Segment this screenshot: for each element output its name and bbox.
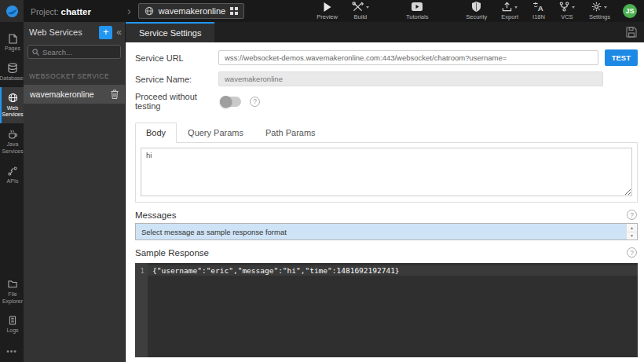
- export-icon: [502, 2, 512, 12]
- messages-selected-option[interactable]: Select message as sample response format: [136, 224, 626, 240]
- left-icon-rail: Pages Databases Web Services Java Servic…: [0, 22, 24, 362]
- add-service-button[interactable]: +: [99, 26, 112, 39]
- main-area: Service Settings Service URL TEST Servic…: [126, 22, 644, 362]
- build-button[interactable]: Build: [352, 2, 369, 20]
- security-button[interactable]: Security: [466, 2, 487, 20]
- rail-label: APIs: [7, 178, 19, 185]
- tab-label: Service Settings: [139, 28, 201, 38]
- shield-icon: [472, 2, 481, 12]
- web-services-panel: Web Services + « WEBSOCKET SERVICE wavem…: [24, 22, 126, 362]
- gear-icon: [591, 2, 602, 12]
- tab-body[interactable]: Body: [135, 122, 177, 143]
- rail-label: Java Services: [2, 141, 24, 155]
- sidebar-item-logs[interactable]: Logs: [0, 309, 24, 339]
- search-icon: [32, 49, 39, 56]
- body-tab-panel: hi: [135, 143, 638, 203]
- vcs-button[interactable]: VCS: [559, 2, 575, 20]
- sample-response-title: Sample Response: [135, 248, 209, 258]
- listbox-scrollbar[interactable]: ▲ ▼: [626, 224, 637, 240]
- code-area[interactable]: {"username":"eric","message":"hi","time"…: [148, 263, 638, 357]
- messages-title: Messages: [135, 210, 176, 220]
- security-label: Security: [466, 13, 487, 20]
- coffee-cup-icon: [8, 129, 17, 140]
- messages-header: Messages ?: [135, 210, 638, 220]
- i18n-label: I18N: [532, 13, 545, 20]
- chevron-down-icon: [514, 6, 518, 10]
- help-icon[interactable]: ?: [627, 247, 637, 258]
- editor-tabbar: Service Settings: [126, 22, 644, 42]
- scroll-down-icon[interactable]: ▼: [627, 232, 637, 240]
- service-tab-wavemakeronline[interactable]: wavemakeronline: [138, 3, 245, 19]
- user-avatar[interactable]: JS: [623, 4, 637, 18]
- i18n-button[interactable]: A I18N: [532, 2, 545, 20]
- chevron-down-icon: [604, 6, 607, 10]
- page-icon: [9, 33, 17, 44]
- tab-service-settings[interactable]: Service Settings: [126, 22, 214, 42]
- sidebar-item-databases[interactable]: Databases: [0, 57, 24, 87]
- rail-label: Logs: [6, 327, 18, 335]
- preview-button[interactable]: Preview: [317, 2, 338, 20]
- settings-button[interactable]: Settings: [589, 2, 610, 20]
- help-icon[interactable]: ?: [627, 210, 637, 220]
- export-button[interactable]: Export: [501, 2, 518, 20]
- sidebar-item-apis[interactable]: APIs: [0, 160, 24, 190]
- sample-response-editor[interactable]: 1 {"username":"eric","message":"hi","tim…: [135, 263, 638, 357]
- project-title: Project:chatter: [31, 4, 91, 18]
- tutorials-button[interactable]: Tutorials: [406, 2, 428, 20]
- sidebar-item-java-services[interactable]: Java Services: [0, 123, 24, 160]
- database-icon: [8, 63, 17, 74]
- trash-icon[interactable]: [111, 90, 119, 99]
- play-icon: [323, 2, 331, 12]
- svg-text:A: A: [538, 4, 543, 12]
- service-item-name: wavemakeronline: [30, 90, 94, 99]
- tutorials-label: Tutorials: [406, 13, 428, 20]
- collapse-panel-button[interactable]: «: [116, 27, 122, 38]
- request-param-tabs: Body Query Params Path Params: [135, 122, 638, 143]
- project-label: Project:: [31, 7, 59, 16]
- grid-icon[interactable]: [230, 7, 238, 15]
- service-list-item-wavemakeronline[interactable]: wavemakeronline: [24, 85, 125, 104]
- tab-path-params[interactable]: Path Params: [254, 122, 327, 143]
- test-button[interactable]: TEST: [605, 49, 638, 66]
- service-url-row: Service URL TEST: [135, 49, 638, 66]
- panel-title: Web Services: [29, 27, 99, 37]
- service-url-input[interactable]: [218, 50, 598, 65]
- service-name-label: Service Name:: [135, 75, 218, 84]
- service-name-input: [218, 71, 603, 86]
- proceed-toggle[interactable]: [220, 97, 241, 107]
- service-search-box[interactable]: [27, 45, 121, 59]
- branch-icon: [559, 2, 569, 12]
- sidebar-item-web-services[interactable]: Web Services: [0, 87, 24, 124]
- rail-spacer: [0, 189, 24, 273]
- panel-header: Web Services + «: [24, 22, 125, 42]
- scroll-up-icon[interactable]: ▲: [627, 224, 637, 232]
- tools-icon: [352, 2, 364, 12]
- help-icon[interactable]: ?: [250, 97, 260, 107]
- sidebar-item-pages[interactable]: Pages: [0, 27, 24, 57]
- preview-label: Preview: [317, 13, 338, 20]
- code-line: {"username":"eric","message":"hi","time"…: [148, 265, 638, 276]
- log-document-icon: [9, 315, 16, 326]
- wavemaker-logo[interactable]: [0, 0, 24, 22]
- proceed-without-testing-row: Proceed without testing ?: [135, 92, 638, 111]
- rail-label: Databases: [0, 75, 26, 82]
- save-icon[interactable]: [626, 27, 637, 38]
- service-name-row: Service Name:: [135, 71, 638, 86]
- rail-label: Pages: [5, 46, 20, 53]
- toggle-knob: [220, 96, 232, 108]
- chevron-right-icon: ›: [127, 5, 131, 17]
- proceed-label: Proceed without testing: [135, 92, 218, 111]
- tab-query-params[interactable]: Query Params: [177, 122, 254, 143]
- topbar: Project:chatter › wavemakeronline Previe…: [0, 0, 644, 22]
- service-settings-content: Service URL TEST Service Name: Proceed w…: [126, 42, 644, 362]
- service-tab-label: wavemakeronline: [159, 6, 226, 16]
- sidebar-item-file-explorer[interactable]: File Explorer: [0, 273, 24, 310]
- websocket-service-section-title: WEBSOCKET SERVICE: [24, 62, 125, 85]
- service-search-input[interactable]: [42, 48, 116, 57]
- messages-listbox[interactable]: Select message as sample response format…: [135, 223, 638, 240]
- globe-icon: [145, 6, 154, 16]
- body-textarea[interactable]: hi: [141, 148, 632, 196]
- more-options-button[interactable]: •••: [0, 339, 24, 362]
- line-number-gutter: 1: [135, 263, 148, 357]
- translate-icon: A: [533, 2, 544, 12]
